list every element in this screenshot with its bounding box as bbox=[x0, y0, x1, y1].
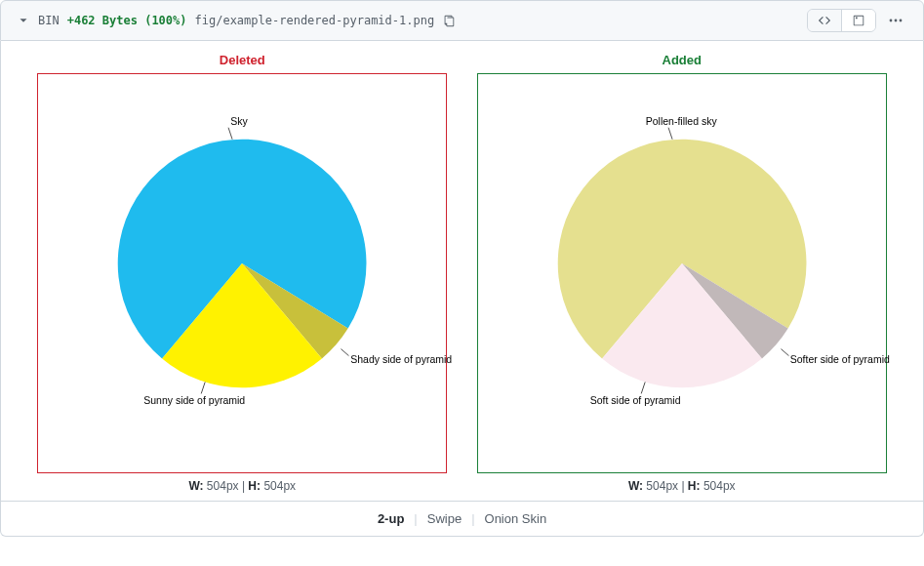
rendered-diff-button[interactable] bbox=[841, 10, 875, 31]
file-header: BIN +462 Bytes (100%) fig/example-render… bbox=[0, 0, 924, 41]
pie-label-shady: Softer side of pyramid bbox=[790, 353, 890, 365]
svg-line-7 bbox=[781, 349, 788, 356]
bin-label: BIN bbox=[38, 14, 60, 27]
pie-label-shady: Shady side of pyramid bbox=[350, 353, 452, 365]
tab-swipe[interactable]: Swipe bbox=[418, 511, 471, 526]
diff-stat: +462 Bytes (100%) bbox=[67, 14, 187, 27]
svg-line-6 bbox=[668, 128, 672, 140]
pie-label-sunny: Sunny side of pyramid bbox=[143, 394, 245, 406]
compare-area: Deleted Sky Shady side of pyramid Sunny … bbox=[1, 41, 923, 501]
kebab-menu-icon[interactable] bbox=[884, 9, 907, 32]
svg-line-8 bbox=[641, 382, 645, 393]
added-image-frame[interactable]: Pollen-filled sky Softer side of pyramid… bbox=[477, 73, 887, 473]
deleted-image-frame[interactable]: Sky Shady side of pyramid Sunny side of … bbox=[37, 73, 447, 473]
diff-view-toggle bbox=[807, 9, 876, 32]
added-dimensions: W: 504px | H: 504px bbox=[628, 479, 736, 493]
svg-line-3 bbox=[228, 128, 232, 140]
svg-point-2 bbox=[900, 20, 903, 22]
pie-label-sky: Sky bbox=[230, 115, 248, 127]
added-pie-chart bbox=[478, 74, 886, 472]
deleted-pie-chart bbox=[38, 74, 446, 472]
deleted-dimensions: W: 504px | H: 504px bbox=[188, 479, 296, 493]
chevron-down-icon[interactable] bbox=[17, 14, 30, 27]
deleted-column: Deleted Sky Shady side of pyramid Sunny … bbox=[28, 53, 457, 493]
pie-label-sunny: Soft side of pyramid bbox=[590, 394, 681, 406]
view-mode-tabs: 2-up|Swipe|Onion Skin bbox=[1, 501, 923, 536]
copy-icon[interactable] bbox=[442, 14, 456, 27]
svg-point-0 bbox=[890, 20, 893, 22]
svg-line-4 bbox=[341, 349, 349, 356]
source-diff-button[interactable] bbox=[808, 10, 841, 31]
diff-body: Deleted Sky Shady side of pyramid Sunny … bbox=[0, 41, 924, 537]
deleted-title: Deleted bbox=[220, 53, 265, 67]
tab-2up[interactable]: 2-up bbox=[368, 511, 414, 526]
svg-point-1 bbox=[895, 20, 898, 22]
file-path: fig/example-rendered-pyramid-1.png bbox=[195, 14, 435, 27]
header-actions bbox=[807, 9, 907, 32]
added-column: Added Pollen-filled sky Softer side of p… bbox=[468, 53, 897, 493]
pie-label-sky: Pollen-filled sky bbox=[646, 115, 717, 127]
tab-onion-skin[interactable]: Onion Skin bbox=[475, 511, 557, 526]
svg-line-5 bbox=[201, 382, 205, 393]
added-title: Added bbox=[663, 53, 702, 67]
